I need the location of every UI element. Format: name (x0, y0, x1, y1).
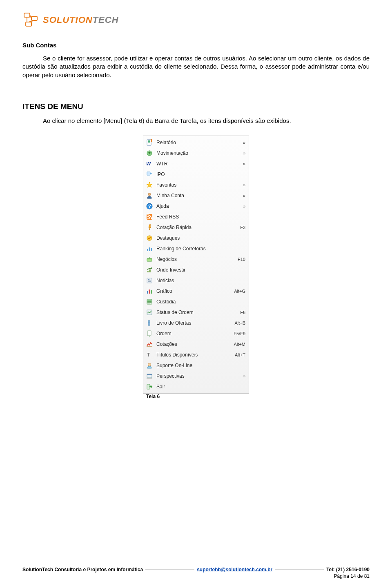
figure-caption: Tela 6 (143, 394, 249, 399)
menu-item-label: Minha Conta (156, 193, 240, 198)
menu-item-ordem[interactable]: OrdemF5/F9 (143, 328, 249, 339)
svg-rect-0 (24, 13, 30, 17)
footer-phone: Tel: (21) 2516-0190 (326, 567, 370, 572)
svg-rect-49 (147, 384, 150, 389)
svg-rect-1 (31, 16, 37, 20)
logo: SOLUTIONTECH (22, 12, 370, 28)
footer-page-number: Página 14 de 81 (22, 573, 370, 579)
logo-icon (22, 12, 40, 28)
menu-item-feed-rss[interactable]: Feed RSS (143, 212, 249, 222)
menu-item-shortcut: Alt+B (234, 321, 245, 325)
menu-item-shortcut: » (243, 151, 245, 156)
menu-item-destaques[interactable]: Destaques (143, 233, 249, 243)
report-icon (146, 139, 153, 146)
menu-item-shortcut: Alt+G (234, 289, 245, 294)
svg-rect-47 (147, 374, 152, 375)
quotes-icon (146, 341, 153, 348)
menu-item-label: WTR (156, 161, 240, 167)
business-icon (146, 256, 153, 263)
menu-item-relato-rio[interactable]: Relatório» (143, 137, 249, 148)
menu-item-status-de-ordem[interactable]: Status de OrdemF6 (143, 307, 249, 318)
menu-item-label: Custódia (156, 299, 242, 305)
menu-item-shortcut: » (243, 140, 245, 145)
menu-item-label: Movimentação (156, 150, 240, 156)
svg-rect-19 (151, 248, 152, 251)
menu-item-label: Ordem (156, 331, 230, 336)
chart-icon (146, 287, 153, 295)
svg-rect-6 (148, 142, 150, 143)
svg-point-10 (150, 173, 151, 174)
menu-item-suporte-on-line[interactable]: Suporte On-Line (143, 360, 249, 371)
footer-rule-left (145, 565, 194, 570)
menu-item-noti-cias[interactable]: Notícias (143, 275, 249, 286)
menu-item-label: Sair (156, 384, 242, 390)
menu-item-label: Livro de Ofertas (156, 320, 231, 326)
menu-item-cotac-a-o-ra-pida[interactable]: Cotação RápidaF3 (143, 222, 249, 233)
menu-item-shortcut: » (243, 204, 245, 209)
rss-icon (146, 213, 153, 220)
svg-text:?: ? (148, 204, 151, 209)
svg-rect-5 (148, 141, 150, 142)
menu-item-shortcut: » (243, 183, 245, 187)
menu-item-cotac-o-es[interactable]: CotaçõesAlt+M (143, 339, 249, 350)
menu-item-label: Ajuda (156, 203, 240, 209)
footer-company: SolutionTech Consultoria e Projetos em I… (22, 567, 143, 572)
paragraph-itens-de-menu: Ao clicar no elemento [Menu] (Tela 6) da… (22, 117, 370, 125)
menu-panel: Relatório»Movimentação»WWTR»IPOFavoritos… (143, 136, 249, 394)
footer-rule-right (275, 565, 324, 570)
svg-rect-22 (147, 271, 149, 272)
menu-item-shortcut: F6 (240, 310, 245, 315)
custody-icon (146, 298, 153, 305)
svg-rect-4 (148, 140, 150, 141)
menu-item-livro-de-ofertas[interactable]: Livro de OfertasAlt+B (143, 318, 249, 328)
highlights-icon (146, 234, 153, 242)
order-icon (146, 330, 153, 337)
menu-item-onde-investir[interactable]: $Onde Investir (143, 265, 249, 275)
svg-rect-28 (150, 280, 151, 280)
menu-item-wtr[interactable]: WWTR» (143, 158, 249, 169)
svg-rect-29 (148, 281, 151, 281)
menu-item-perspectivas[interactable]: Perspectivas» (143, 371, 249, 381)
svg-rect-42 (147, 331, 151, 336)
svg-rect-31 (147, 291, 148, 294)
menu-item-sair[interactable]: Sair (143, 381, 249, 392)
svg-rect-18 (149, 247, 150, 251)
menu-item-ranking-de-corretoras[interactable]: Ranking de Corretoras (143, 243, 249, 254)
menu-item-ti-tulos-disponi-veis[interactable]: TTítulos DisponíveisAlt+T (143, 350, 249, 360)
svg-rect-43 (147, 346, 152, 347)
quick-quote-icon (146, 224, 153, 231)
svg-text:W: W (146, 161, 151, 167)
svg-rect-35 (147, 300, 151, 301)
menu-item-label: Cotações (156, 341, 231, 347)
menu-item-label: Status de Ordem (156, 310, 237, 315)
svg-rect-37 (147, 302, 151, 303)
support-icon (146, 362, 153, 369)
help-icon: ? (146, 203, 153, 210)
menu-item-label: Destaques (156, 235, 242, 241)
footer-email[interactable]: suportehb@solutiontech.com.br (197, 567, 272, 572)
movement-icon (146, 149, 153, 157)
menu-item-shortcut: Alt+M (234, 342, 245, 347)
menu-item-label: Cotação Rápida (156, 225, 237, 230)
menu-item-nego-cios[interactable]: NegóciosF10 (143, 254, 249, 265)
svg-rect-41 (148, 323, 150, 323)
perspectives-icon (146, 372, 153, 380)
menu-item-ajuda[interactable]: ?Ajuda» (143, 201, 249, 212)
menu-item-movimentac-a-o[interactable]: Movimentação» (143, 148, 249, 158)
menu-item-shortcut: Alt+T (235, 352, 245, 357)
wtr-icon: W (146, 160, 153, 167)
menu-item-gra-fico[interactable]: GráficoAlt+G (143, 286, 249, 296)
svg-rect-2 (26, 22, 31, 26)
svg-rect-38 (147, 303, 150, 303)
menu-item-ipo[interactable]: IPO (143, 169, 249, 180)
menu-item-custo-dia[interactable]: Custódia (143, 296, 249, 307)
menu-item-minha-conta[interactable]: Minha Conta» (143, 190, 249, 201)
ranking-icon (146, 245, 153, 252)
svg-text:$: $ (151, 267, 152, 269)
svg-rect-23 (149, 270, 151, 272)
user-account-icon (146, 192, 153, 199)
menu-item-shortcut: F3 (240, 225, 245, 230)
svg-rect-27 (150, 279, 151, 279)
menu-item-favoritos[interactable]: Favoritos» (143, 180, 249, 190)
menu-item-label: Perspectivas (156, 373, 240, 379)
